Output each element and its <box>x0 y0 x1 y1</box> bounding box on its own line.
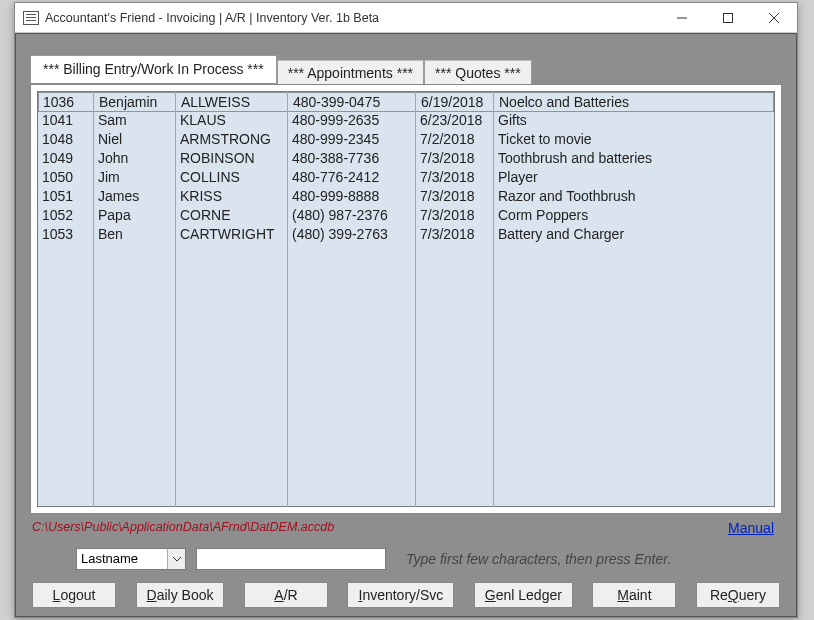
button-row: Logout Daily Book A/R Inventory/Svc Genl… <box>32 582 780 608</box>
cell-desc: Player <box>494 168 774 187</box>
search-row: Lastname Type first few characters, then… <box>76 548 671 570</box>
cell-last: ARMSTRONG <box>176 130 288 149</box>
svg-rect-1 <box>724 13 733 22</box>
cell-date: 7/3/2018 <box>416 168 494 187</box>
table-row[interactable]: 1050JimCOLLINS480-776-24127/3/2018Player <box>38 168 774 187</box>
chevron-down-icon[interactable] <box>167 549 185 569</box>
db-path: C:\Users\Public\ApplicationData\AFrnd\Da… <box>32 520 334 534</box>
search-hint: Type first few characters, then press En… <box>406 551 671 567</box>
cell-phone: 480-776-2412 <box>288 168 416 187</box>
table-row[interactable]: 1052PapaCORNE(480) 987-23767/3/2018Corm … <box>38 206 774 225</box>
tab-quotes[interactable]: *** Quotes *** <box>424 60 532 85</box>
window-title: Accountant's Friend - Invoicing | A/R | … <box>45 10 659 25</box>
inventory-button[interactable]: Inventory/Svc <box>347 582 454 608</box>
table-row[interactable]: 1036BenjaminALLWEISS480-399-04756/19/201… <box>38 92 774 112</box>
cell-desc: Battery and Charger <box>494 225 774 244</box>
manual-link[interactable]: Manual <box>728 520 774 536</box>
cell-id: 1053 <box>38 225 94 244</box>
cell-last: ROBINSON <box>176 149 288 168</box>
data-grid[interactable]: 1036BenjaminALLWEISS480-399-04756/19/201… <box>37 91 775 507</box>
cell-date: 7/3/2018 <box>416 187 494 206</box>
cell-id: 1048 <box>38 130 94 149</box>
search-input[interactable] <box>196 548 386 570</box>
cell-id: 1049 <box>38 149 94 168</box>
tab-billing[interactable]: *** Billing Entry/Work In Process *** <box>30 55 277 83</box>
form-icon <box>23 11 39 25</box>
cell-last: KLAUS <box>176 111 288 130</box>
cell-id: 1052 <box>38 206 94 225</box>
table-row[interactable]: 1053BenCARTWRIGHT(480) 399-27637/3/2018B… <box>38 225 774 244</box>
table-row[interactable]: 1051JamesKRISS480-999-88887/3/2018Razor … <box>38 187 774 206</box>
close-button[interactable] <box>751 3 797 33</box>
cell-date: 7/3/2018 <box>416 225 494 244</box>
cell-first: Benjamin <box>95 93 177 111</box>
cell-last: COLLINS <box>176 168 288 187</box>
maint-button[interactable]: Maint <box>592 582 676 608</box>
cell-date: 6/19/2018 <box>417 93 495 111</box>
cell-first: James <box>94 187 176 206</box>
tab-appointments[interactable]: *** Appointments *** <box>277 60 424 85</box>
tabbar: *** Billing Entry/Work In Process *** **… <box>30 54 532 82</box>
cell-phone: 480-399-0475 <box>289 93 417 111</box>
requery-button[interactable]: ReQuery <box>696 582 780 608</box>
table-row[interactable]: 1048NielARMSTRONG480-999-23457/2/2018Tic… <box>38 130 774 149</box>
grid-panel: 1036BenjaminALLWEISS480-399-04756/19/201… <box>30 84 782 514</box>
cell-date: 7/3/2018 <box>416 206 494 225</box>
cell-first: Niel <box>94 130 176 149</box>
cell-first: Jim <box>94 168 176 187</box>
minimize-button[interactable] <box>659 3 705 33</box>
cell-phone: 480-999-8888 <box>288 187 416 206</box>
cell-id: 1050 <box>38 168 94 187</box>
cell-phone: (480) 399-2763 <box>288 225 416 244</box>
cell-first: Sam <box>94 111 176 130</box>
ar-button[interactable]: A/R <box>244 582 328 608</box>
cell-phone: 480-999-2635 <box>288 111 416 130</box>
cell-desc: Razor and Toothbrush <box>494 187 774 206</box>
cell-id: 1036 <box>39 93 95 111</box>
cell-desc: Toothbrush and batteries <box>494 149 774 168</box>
cell-date: 6/23/2018 <box>416 111 494 130</box>
cell-date: 7/3/2018 <box>416 149 494 168</box>
cell-last: CORNE <box>176 206 288 225</box>
maximize-button[interactable] <box>705 3 751 33</box>
logout-button[interactable]: Logout <box>32 582 116 608</box>
titlebar: Accountant's Friend - Invoicing | A/R | … <box>15 3 797 33</box>
cell-id: 1051 <box>38 187 94 206</box>
cell-desc: Corm Poppers <box>494 206 774 225</box>
cell-date: 7/2/2018 <box>416 130 494 149</box>
cell-last: CARTWRIGHT <box>176 225 288 244</box>
cell-last: KRISS <box>176 187 288 206</box>
daily-book-button[interactable]: Daily Book <box>136 582 225 608</box>
cell-desc: Ticket to movie <box>494 130 774 149</box>
client-area: *** Billing Entry/Work In Process *** **… <box>15 33 797 617</box>
table-row[interactable]: 1049JohnROBINSON480-388-77367/3/2018Toot… <box>38 149 774 168</box>
cell-first: Ben <box>94 225 176 244</box>
cell-first: John <box>94 149 176 168</box>
cell-last: ALLWEISS <box>177 93 289 111</box>
cell-phone: 480-999-2345 <box>288 130 416 149</box>
cell-phone: 480-388-7736 <box>288 149 416 168</box>
combo-value: Lastname <box>77 549 167 569</box>
cell-desc: Noelco and Batteries <box>495 93 773 111</box>
genl-ledger-button[interactable]: Genl Ledger <box>474 582 573 608</box>
cell-phone: (480) 987-2376 <box>288 206 416 225</box>
cell-desc: Gifts <box>494 111 774 130</box>
app-window: Accountant's Friend - Invoicing | A/R | … <box>14 2 798 618</box>
cell-first: Papa <box>94 206 176 225</box>
search-field-combo[interactable]: Lastname <box>76 548 186 570</box>
table-row[interactable]: 1041SamKLAUS480-999-26356/23/2018Gifts <box>38 111 774 130</box>
cell-id: 1041 <box>38 111 94 130</box>
